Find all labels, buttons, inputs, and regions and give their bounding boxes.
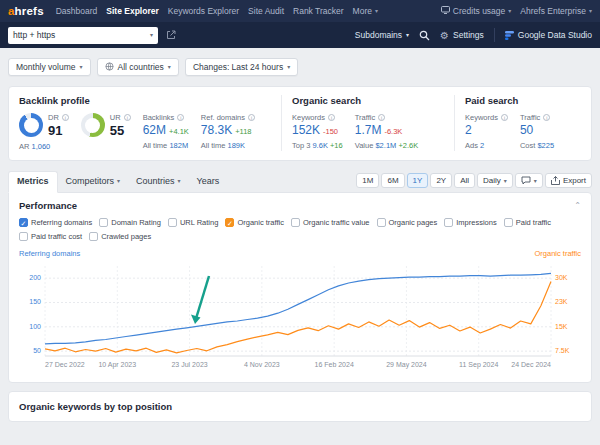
x-tick-label: 29 May 2024 (386, 361, 427, 369)
info-icon[interactable]: i (543, 114, 550, 121)
nav-item-credits-usage[interactable]: Credits usage▾ (441, 6, 511, 16)
ur-value: 55 (110, 123, 131, 138)
nav-item-more[interactable]: More▾ (353, 6, 378, 16)
metric-toggle-organic-traffic[interactable]: ✓Organic traffic (225, 218, 284, 227)
info-icon[interactable]: i (124, 114, 131, 121)
tab-years[interactable]: Years (189, 172, 228, 192)
metric-toggle-crawled-pages[interactable]: Crawled pages (89, 232, 151, 241)
performance-card: Performance ⌃ ✓Referring domainsDomain R… (8, 192, 592, 383)
tabs: MetricsCompetitors▾Countries▾Years (8, 171, 227, 192)
range-group: 1M6M1Y2YAll (356, 173, 475, 188)
caret-down-icon: ▾ (178, 178, 181, 184)
scope-dropdown[interactable]: Subdomains ▾ (355, 30, 409, 40)
tab-competitors[interactable]: Competitors▾ (58, 172, 129, 192)
open-in-new-icon[interactable] (166, 30, 176, 40)
checkbox-icon: ✓ (225, 218, 234, 227)
section-divider (281, 95, 282, 151)
collapse-icon[interactable]: ⌃ (574, 201, 581, 210)
metric-toggle-paid-traffic-cost[interactable]: Paid traffic cost (19, 232, 82, 241)
nav-item-dashboard[interactable]: Dashboard (56, 6, 98, 16)
search-icon[interactable] (419, 30, 430, 41)
chart-canvas[interactable]: 27 Dec 202210 Apr 202323 Jul 20234 Nov 2… (19, 260, 581, 376)
gear-icon: ⚙ (440, 30, 449, 41)
dr-gauge (19, 113, 43, 137)
metric-toggle-domain-rating[interactable]: Domain Rating (99, 218, 161, 227)
range-1y[interactable]: 1Y (407, 173, 429, 188)
ahrefs-logo[interactable]: ahrefs (8, 5, 44, 17)
caret-down-icon: ▾ (80, 64, 83, 70)
paid-traffic-block: Traffici 50 Cost $225 (520, 113, 554, 150)
range-2y[interactable]: 2Y (430, 173, 452, 188)
range-6m[interactable]: 6M (381, 173, 404, 188)
x-tick-label: 23 Jul 2023 (171, 361, 207, 368)
backlinks-value[interactable]: 62M (143, 123, 166, 137)
info-icon[interactable]: i (501, 114, 508, 121)
target-url-input[interactable]: http + https ▾ (8, 27, 158, 44)
checkbox-label: Organic traffic value (303, 218, 370, 227)
info-icon[interactable]: i (328, 114, 335, 121)
metric-toggle-referring-domains[interactable]: ✓Referring domains (19, 218, 92, 227)
google-data-studio-icon (505, 31, 514, 40)
info-icon[interactable]: i (248, 114, 255, 121)
backlinks-block: Backlinksi 62M+4.1K All time 182M (143, 113, 189, 151)
paid-keywords-block: Keywordsi 2 Ads 2 (465, 113, 508, 150)
overview-card: Backlink profile DRi 91 AR 1,060 URi (8, 86, 592, 161)
organic-keywords-card: Organic keywords by top position (8, 391, 592, 422)
checkbox-icon: ✓ (19, 218, 28, 227)
filter-changes-last-24-hours[interactable]: Changes: Last 24 hours▾ (185, 58, 298, 76)
checkbox-icon (19, 232, 28, 241)
paid-search-title: Paid search (465, 95, 581, 106)
tab-metrics[interactable]: Metrics (8, 171, 58, 193)
ar-value[interactable]: 1,060 (32, 142, 51, 151)
metric-toggle-paid-traffic[interactable]: Paid traffic (504, 218, 551, 227)
notes-dropdown[interactable]: ▾ (515, 173, 543, 188)
nav-item-site-explorer[interactable]: Site Explorer (106, 6, 158, 16)
metric-toggle-organic-pages[interactable]: Organic pages (377, 218, 438, 227)
nav-item-rank-tracker[interactable]: Rank Tracker (293, 6, 344, 16)
granularity-dropdown[interactable]: Daily▾ (477, 173, 513, 188)
nav-item-ahrefs-enterprise[interactable]: Ahrefs Enterprise▾ (520, 6, 592, 16)
metric-toggle-url-rating[interactable]: URL Rating (168, 218, 219, 227)
right-tick-label: 7.5K (555, 347, 570, 354)
caret-down-icon: ▾ (117, 178, 120, 184)
organic-keywords-value[interactable]: 152K (292, 123, 320, 137)
screen-icon (441, 6, 450, 16)
tab-countries[interactable]: Countries▾ (128, 172, 189, 192)
series-referring-domains (45, 273, 551, 344)
backlink-profile-title: Backlink profile (19, 95, 271, 106)
site-explorer-toolbar: http + https ▾ Subdomains ▾ ⚙ Settings G… (0, 22, 600, 48)
info-icon[interactable]: i (378, 114, 385, 121)
domain-rating-block: DRi 91 AR 1,060 (19, 113, 69, 151)
left-tick-label: 100 (29, 323, 41, 330)
scope-value: Subdomains (355, 30, 402, 40)
metric-toggle-impressions[interactable]: Impressions (444, 218, 496, 227)
checkbox-label: Referring domains (31, 218, 92, 227)
filter-monthly-volume[interactable]: Monthly volume▾ (8, 58, 91, 76)
organic-keywords-title: Organic keywords by top position (19, 401, 581, 412)
nav-item-keywords-explorer[interactable]: Keywords Explorer (168, 6, 239, 16)
logo-a: a (8, 5, 15, 17)
range-all[interactable]: All (454, 173, 475, 188)
range-1m[interactable]: 1M (356, 173, 379, 188)
paid-traffic-value[interactable]: 50 (520, 123, 533, 137)
settings-label: Settings (453, 30, 484, 40)
ref-domains-value[interactable]: 78.3K (201, 123, 232, 137)
export-button[interactable]: Export (545, 173, 592, 188)
ur-label: UR (110, 113, 121, 122)
metric-toggle-organic-traffic-value[interactable]: Organic traffic value (291, 218, 370, 227)
info-icon[interactable]: i (177, 114, 184, 121)
chart-controls: 1M6M1Y2YAll Daily▾ ▾ Export (356, 173, 592, 192)
nav-item-site-audit[interactable]: Site Audit (248, 6, 284, 16)
filter-all-countries[interactable]: All countries▾ (97, 58, 179, 76)
settings-button[interactable]: ⚙ Settings (440, 30, 484, 41)
url-rating-block: URi 55 (81, 113, 131, 151)
organic-traffic-value[interactable]: 1.7M (355, 123, 382, 137)
caret-down-icon[interactable]: ▾ (150, 32, 153, 38)
right-tick-label: 23K (555, 298, 568, 305)
paid-keywords-value[interactable]: 2 (465, 123, 472, 137)
right-tick-label: 15K (555, 323, 568, 330)
x-tick-label: 16 Feb 2024 (314, 361, 353, 368)
google-data-studio-button[interactable]: Google Data Studio (505, 30, 592, 40)
info-icon[interactable]: i (62, 114, 69, 121)
ur-gauge (81, 113, 105, 137)
